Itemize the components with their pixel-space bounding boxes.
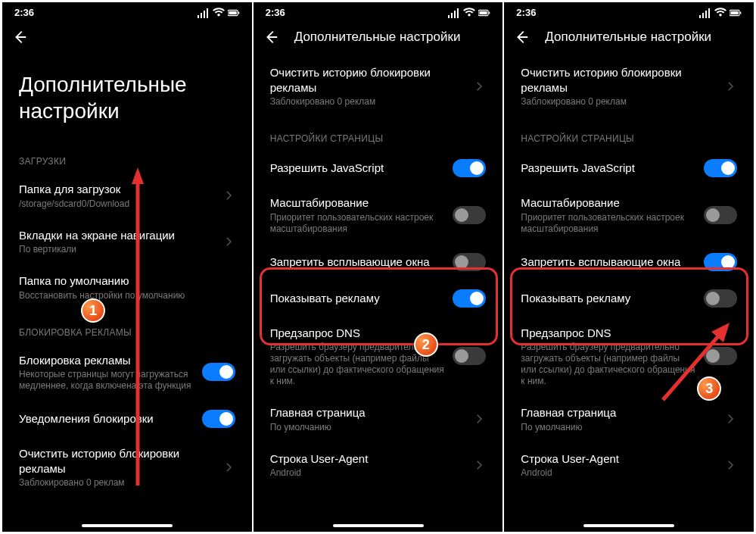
signal-icon	[699, 8, 711, 18]
zoom-toggle[interactable]	[704, 206, 737, 224]
item-label: Запретить всплывающие окна	[521, 255, 696, 270]
popups-toggle[interactable]	[453, 253, 486, 271]
status-icons	[699, 8, 742, 18]
item-label: Очистить историю блокировки рекламы	[521, 65, 716, 95]
wifi-icon	[463, 8, 475, 18]
item-label: Папка по умолчанию	[19, 273, 235, 289]
clear-history-item[interactable]: Очистить историю блокировки рекламы Забл…	[254, 53, 503, 117]
block-notifications-item[interactable]: Уведомления блокировки	[2, 401, 252, 437]
chevron-right-icon	[222, 461, 235, 474]
item-sub: Заблокировано 0 реклам	[521, 96, 716, 108]
item-label: Блокировка рекламы	[19, 353, 194, 368]
item-label: Строка User-Agent	[270, 451, 465, 467]
dns-toggle[interactable]	[704, 347, 737, 365]
chevron-right-icon	[472, 80, 486, 93]
ua-item[interactable]: Строка User-Agent Android	[254, 442, 503, 489]
svg-rect-7	[489, 11, 490, 14]
section-page-settings: НАСТРОЙКИ СТРАНИЦЫ	[504, 117, 754, 150]
nav-tabs-item[interactable]: Вкладки на экране навигации По вертикали	[2, 219, 252, 265]
item-sub: /storage/sdcard0/Download	[19, 198, 214, 210]
back-icon[interactable]	[263, 29, 279, 45]
svg-rect-1	[229, 11, 236, 14]
chevron-right-icon	[472, 458, 486, 472]
svg-rect-2	[238, 11, 238, 14]
dns-toggle[interactable]	[453, 347, 486, 365]
notifications-toggle[interactable]	[202, 410, 235, 428]
allow-js-item[interactable]: Разрешить JavaScript	[504, 150, 754, 186]
item-sub: Android	[270, 467, 465, 479]
back-icon[interactable]	[513, 29, 530, 45]
show-ads-item[interactable]: Показывать рекламу	[254, 280, 503, 317]
phone-screen-1: 2:36 Дополнительные настройки ЗАГРУЗКИ П…	[2, 2, 252, 532]
block-popups-item[interactable]: Запретить всплывающие окна	[504, 244, 754, 280]
item-sub: Заблокировано 0 реклам	[19, 477, 214, 489]
svg-rect-6	[480, 11, 487, 14]
adblock-item[interactable]: Блокировка рекламы Некоторые страницы мо…	[2, 344, 252, 401]
ua-item[interactable]: Строка User-Agent Android	[504, 442, 754, 489]
nav-indicator	[333, 524, 424, 527]
section-downloads: ЗАГРУЗКИ	[2, 139, 252, 173]
show-ads-item[interactable]: Показывать рекламу	[504, 280, 754, 317]
battery-icon	[478, 8, 490, 18]
status-bar: 2:36	[2, 2, 252, 21]
zoom-item[interactable]: Масштабирование Приоритет пользовательск…	[254, 186, 503, 244]
ads-toggle[interactable]	[704, 289, 737, 308]
zoom-toggle[interactable]	[453, 206, 486, 224]
item-sub: Восстановить настройки по умолчанию	[19, 290, 235, 301]
section-page-settings: НАСТРОЙКИ СТРАНИЦЫ	[254, 117, 503, 150]
item-sub: По умолчанию	[521, 422, 716, 433]
clock: 2:36	[516, 7, 536, 18]
adblock-toggle[interactable]	[202, 363, 235, 381]
dns-item[interactable]: Предзапрос DNS Разрешить браузеру предва…	[504, 317, 754, 397]
signal-icon	[198, 8, 210, 18]
item-sub: Android	[521, 467, 716, 479]
zoom-item[interactable]: Масштабирование Приоритет пользовательск…	[504, 186, 754, 244]
item-sub: Разрешить браузеру предварительно загруж…	[521, 342, 696, 387]
item-label: Главная страница	[270, 405, 465, 420]
item-sub: Разрешить браузеру предварительно загруж…	[270, 342, 446, 387]
chevron-right-icon	[723, 412, 737, 426]
chevron-right-icon	[222, 189, 235, 202]
item-sub: Приоритет пользовательских настроек масш…	[521, 212, 696, 235]
status-bar: 2:36	[504, 2, 754, 21]
ads-toggle[interactable]	[453, 289, 486, 308]
dns-item[interactable]: Предзапрос DNS Разрешить браузеру предва…	[254, 317, 503, 397]
home-item[interactable]: Главная страница По умолчанию	[254, 396, 503, 442]
back-icon[interactable]	[11, 29, 28, 45]
js-toggle[interactable]	[453, 159, 486, 177]
item-label: Папка для загрузок	[19, 182, 214, 197]
default-folder-item[interactable]: Папка по умолчанию Восстановить настройк…	[2, 264, 252, 311]
header-title: Дополнительные настройки	[545, 30, 711, 45]
chevron-right-icon	[723, 458, 737, 472]
header-title: Дополнительные настройки	[294, 30, 461, 45]
item-label: Показывать рекламу	[270, 291, 446, 306]
clear-history-item[interactable]: Очистить историю блокировки рекламы Забл…	[2, 437, 252, 498]
chevron-right-icon	[472, 412, 486, 426]
item-label: Разрешить JavaScript	[270, 161, 446, 176]
wifi-icon	[714, 8, 726, 18]
item-label: Показывать рекламу	[521, 291, 696, 306]
clear-history-item[interactable]: Очистить историю блокировки рекламы Забл…	[504, 53, 754, 117]
item-label: Очистить историю блокировки рекламы	[19, 446, 214, 476]
block-popups-item[interactable]: Запретить всплывающие окна	[254, 244, 503, 280]
item-label: Разрешить JavaScript	[521, 161, 696, 176]
header-back-only	[2, 21, 252, 53]
js-toggle[interactable]	[704, 159, 737, 177]
signal-icon	[448, 8, 460, 18]
item-label: Запретить всплывающие окна	[270, 255, 446, 270]
home-item[interactable]: Главная страница По умолчанию	[504, 396, 754, 442]
download-folder-item[interactable]: Папка для загрузок /storage/sdcard0/Down…	[2, 173, 252, 219]
popups-toggle[interactable]	[704, 253, 737, 271]
battery-icon	[228, 8, 240, 18]
item-label: Вкладки на экране навигации	[19, 228, 214, 243]
item-label: Масштабирование	[521, 195, 696, 211]
status-icons	[198, 8, 240, 18]
item-sub: Некоторые страницы могут загружаться мед…	[19, 369, 194, 392]
allow-js-item[interactable]: Разрешить JavaScript	[254, 150, 503, 186]
chevron-right-icon	[723, 80, 737, 93]
item-label: Очистить историю блокировки рекламы	[270, 65, 465, 95]
item-sub: По вертикали	[19, 244, 214, 255]
item-sub: По умолчанию	[270, 422, 465, 433]
header: Дополнительные настройки	[504, 21, 754, 53]
item-label: Главная страница	[521, 405, 716, 420]
